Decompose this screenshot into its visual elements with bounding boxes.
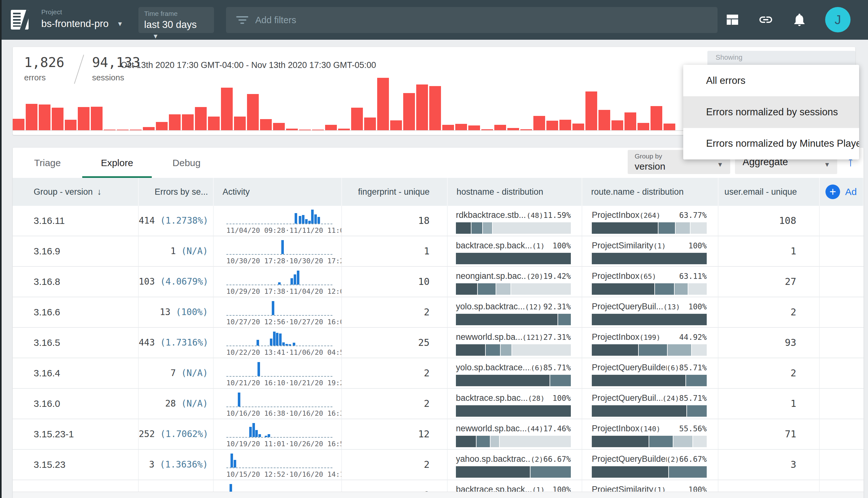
activity-sparkline: 10/19/20 11:01·10/26/20 16:52: [226, 423, 332, 448]
route-distribution-label: ProjectQueryBuilder: [592, 454, 667, 464]
cell-hostname-distribution: backtrace.sp.bac...(28)100%: [448, 389, 582, 419]
hostname-distribution-text: yolo.sp.backtrace....(6)85.71%: [456, 363, 571, 372]
hostname-distribution: backtrace.sp.back...(1)100%: [456, 241, 571, 264]
histogram-bar: [325, 125, 337, 130]
project-label: Project: [41, 8, 123, 16]
column-header-add[interactable]: +Ad: [820, 178, 864, 206]
sparkline-chart: [226, 454, 332, 468]
errors-percent: (1.7316%): [160, 337, 208, 348]
cell-route-distribution: ProjectSimilarity(1)100%: [582, 236, 719, 266]
sparkline-bar: [249, 427, 252, 437]
sparkline-bar: [291, 278, 293, 285]
column-header-host[interactable]: hostname - distribution: [448, 178, 582, 206]
activity-start-date: 10/19/20 11:01: [226, 440, 285, 448]
table-row[interactable]: 3.16.5443 (1.7316%)10/22/20 13:41·11/06/…: [13, 328, 864, 358]
activity-sparkline: 10/15/20 12:52·10/16/20 14:18: [226, 454, 332, 478]
activity-end-date: 10/26/20 16:52: [290, 440, 342, 448]
showing-label: Showing: [716, 53, 855, 62]
sparkline-bar: [293, 343, 295, 345]
showing-menu-item[interactable]: All errors: [683, 65, 859, 96]
tab-debug[interactable]: Debug: [152, 148, 221, 178]
activity-end-date: 11/04/20 12:07: [290, 287, 342, 296]
route-distribution-count: (264): [639, 211, 660, 220]
table-row[interactable]: 3.16.47 (N/A)10/21/20 16:10·10/21/20 19:…: [13, 358, 864, 389]
tab-triage[interactable]: Triage: [13, 148, 82, 178]
activity-start-date: 10/21/20 16:10: [226, 379, 285, 387]
sort-descending-icon[interactable]: ↓: [97, 187, 102, 197]
column-header-user[interactable]: user.email - unique: [719, 178, 820, 206]
timeframe-selector[interactable]: Time frame last 30 days▼: [138, 7, 214, 33]
errors-percent: (1.7062%): [160, 429, 208, 439]
distribution-segment: [668, 344, 692, 356]
route-distribution: ProjectQueryBuilder(2)66.67%: [592, 454, 707, 478]
project-selector[interactable]: Project bs-frontend-pro▼: [41, 8, 123, 29]
column-header-fp[interactable]: fingerprint - unique: [342, 178, 448, 206]
histogram-bar: [52, 108, 64, 130]
table-row[interactable]: 3.15.23-1252 (1.7062%)10/19/20 11:01·10/…: [13, 419, 864, 450]
chevron-down-icon: ▼: [824, 161, 830, 168]
hostname-distribution-text: backtrace.sp.bac...(28)100%: [456, 393, 571, 403]
distribution-segment: [478, 283, 496, 295]
link-icon[interactable]: [758, 12, 773, 27]
hostname-distribution-percent: 85.71%: [543, 363, 571, 372]
cell-group-version: 3.15.23-1: [13, 419, 139, 449]
distribution-segment: [592, 283, 655, 295]
backtrace-logo[interactable]: [11, 10, 29, 29]
table-row[interactable]: 3.16.8103 (4.0679%)10/29/20 17:38·11/04/…: [13, 267, 864, 297]
bell-icon[interactable]: [792, 12, 807, 27]
table-body: 3.16.11414 (1.2738%)11/04/20 09:28·11/11…: [13, 206, 864, 498]
cell-user-email-unique: 3: [719, 450, 820, 480]
route-distribution-count: (2): [667, 456, 679, 463]
sparkline-bar: [297, 271, 299, 285]
add-column-button[interactable]: +Ad: [820, 185, 857, 199]
showing-dropdown-menu: All errorsErrors normalized by sessionsE…: [683, 65, 859, 159]
route-distribution-bar: [592, 375, 707, 386]
distribution-segment: [456, 253, 571, 264]
dashboard-layout-icon[interactable]: [725, 12, 740, 27]
cell-group-version: 3.16.0: [13, 389, 139, 419]
showing-menu-item[interactable]: Errors normalized by sessions: [683, 96, 859, 128]
hostname-distribution-text: rdkbacktrace.stb....(48)11.59%: [456, 210, 571, 220]
showing-menu-item[interactable]: Errors normalized by Minutes Played: [683, 128, 859, 159]
cell-activity: 10/19/20 11:01·10/26/20 16:52: [214, 419, 342, 449]
table-row[interactable]: 3.15.233 (1.3636%)10/15/20 12:52·10/16/2…: [13, 450, 864, 480]
cell-errors-by-sessions: 252 (1.7062%): [139, 419, 214, 449]
cell-user-email-unique: 2: [719, 358, 820, 388]
column-header-route[interactable]: route.name - distribution: [582, 178, 719, 206]
route-distribution-bar: [592, 253, 707, 264]
hostname-distribution-label: backtrace.sp.back...: [456, 241, 532, 251]
horizontal-scrollbar[interactable]: [13, 492, 864, 498]
sparkline-bar: [295, 213, 297, 224]
table-row[interactable]: 3.16.028 (N/A)10/16/20 16:38·10/16/20 16…: [13, 389, 864, 419]
route-distribution-count: (65): [639, 273, 656, 280]
cell-group-version: 3.16.8: [13, 267, 139, 297]
avatar[interactable]: J: [825, 7, 851, 32]
errors-count: 1,826: [24, 55, 64, 70]
table-row[interactable]: 3.16.11414 (1.2738%)11/04/20 09:28·11/11…: [13, 206, 864, 236]
distribution-segment: [456, 283, 478, 295]
sparkline-chart: [226, 210, 332, 224]
route-distribution-text: ProjectInbox(264)63.77%: [592, 210, 707, 220]
column-header-activity[interactable]: Activity: [214, 178, 342, 206]
route-distribution-bar: [592, 466, 707, 478]
table-row[interactable]: 3.16.91 (N/A)10/30/20 17:28·10/30/20 17:…: [13, 236, 864, 267]
cell-route-distribution: ProjectInbox(140)55.56%: [582, 419, 719, 449]
histogram-bar: [273, 123, 285, 130]
column-header-errors[interactable]: Errors by se...: [139, 178, 214, 206]
table-row[interactable]: 3.16.613 (100%)10/27/20 12:56·10/27/20 1…: [13, 297, 864, 328]
route-distribution-percent: 55.56%: [679, 424, 707, 433]
column-header-group[interactable]: Group - version↓: [13, 178, 139, 206]
add-filters-input[interactable]: Add filters: [226, 7, 718, 33]
route-distribution-percent: 66.67%: [679, 455, 707, 464]
hostname-distribution-percent: 11.59%: [543, 211, 571, 220]
cell-add-column-spacer: [820, 297, 864, 327]
cell-activity: 10/15/20 12:52·10/16/20 14:18: [214, 450, 342, 480]
sparkline-bar: [299, 216, 301, 224]
tab-explore[interactable]: Explore: [82, 148, 152, 178]
histogram-bar: [312, 130, 324, 130]
sparkline-bar: [282, 342, 285, 345]
cell-fingerprint-unique: 18: [342, 206, 448, 236]
cell-user-email-unique: 93: [719, 328, 820, 358]
cell-activity: 10/21/20 16:10·10/21/20 19:21: [214, 358, 342, 388]
histogram-bar: [221, 88, 233, 130]
